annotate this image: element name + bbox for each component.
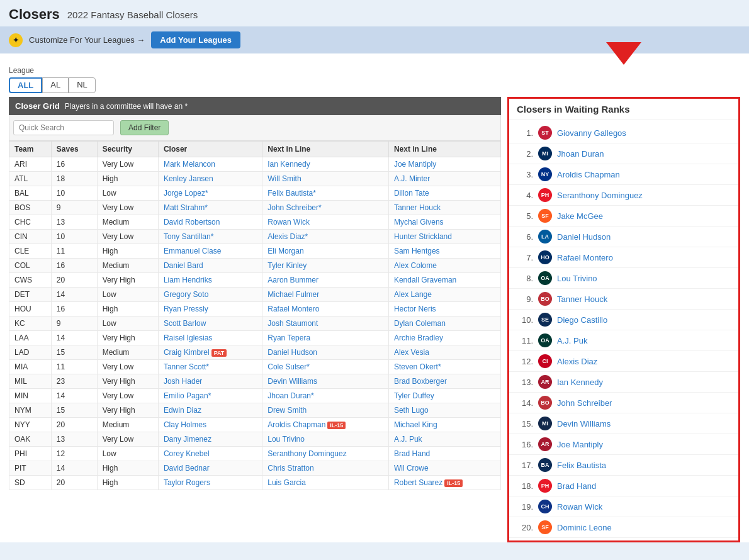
cell-closer[interactable]: Gregory Soto xyxy=(158,288,262,302)
closer-player-name[interactable]: Devin Williams xyxy=(557,419,611,428)
closer-player-name[interactable]: Tanner Houck xyxy=(557,294,607,304)
cell-nil1[interactable]: John Schreiber* xyxy=(262,201,389,215)
cell-closer[interactable]: Matt Strahm* xyxy=(158,201,262,215)
cell-nil2[interactable]: Dylan Coleman xyxy=(388,316,500,331)
cell-nil1[interactable]: Eli Morgan xyxy=(262,244,389,259)
cell-nil1[interactable]: Daniel Hudson xyxy=(262,345,389,360)
cell-nil2[interactable]: Alex Lange xyxy=(388,288,500,302)
cell-nil2[interactable]: Kendall Graveman xyxy=(388,273,500,288)
cell-nil1[interactable]: Rowan Wick xyxy=(262,215,389,230)
nil2-link[interactable]: Tanner Houck xyxy=(394,203,441,212)
closer-player-name[interactable]: Rafael Montero xyxy=(557,253,613,262)
nil1-link[interactable]: Eli Morgan xyxy=(268,247,303,255)
add-leagues-button[interactable]: Add Your Leagues xyxy=(151,31,240,48)
nil1-link[interactable]: Daniel Hudson xyxy=(268,348,317,357)
cell-nil1[interactable]: Will Smith xyxy=(262,172,389,186)
cell-nil1[interactable]: Aroldis ChapmanIL-15 xyxy=(262,418,389,432)
nil1-link[interactable]: Seranthony Dominguez xyxy=(268,449,346,458)
nil1-link[interactable]: Alexis Diaz* xyxy=(268,232,308,241)
closer-player-name[interactable]: Jake McGee xyxy=(557,211,603,221)
closer-link[interactable]: Tanner Scott* xyxy=(164,362,209,371)
nil2-link[interactable]: Tyler Duffey xyxy=(394,391,434,400)
cell-closer[interactable]: David Bednar xyxy=(158,461,262,476)
nil2-link[interactable]: Alex Lange xyxy=(394,290,432,299)
nil2-link[interactable]: Archie Bradley xyxy=(394,333,443,342)
closer-link[interactable]: David Robertson xyxy=(164,218,220,227)
cell-nil2[interactable]: Brad Hand xyxy=(388,447,500,461)
cell-nil2[interactable]: Sam Hentges xyxy=(388,244,500,259)
nil2-link[interactable]: Seth Lugo xyxy=(394,406,429,415)
cell-closer[interactable]: Craig KimbrelPAT xyxy=(158,345,262,360)
nil1-link[interactable]: Ian Kennedy xyxy=(268,160,310,169)
cell-closer[interactable]: Tony Santillan* xyxy=(158,230,262,244)
closer-link[interactable]: Scott Barlow xyxy=(164,319,206,328)
closer-link[interactable]: Edwin Diaz xyxy=(164,406,201,415)
closer-player-name[interactable]: Giovanny Gallegos xyxy=(557,128,626,138)
nil2-link[interactable]: Alex Vesia xyxy=(394,348,429,357)
nil1-link[interactable]: Rowan Wick xyxy=(268,218,310,227)
closer-player-name[interactable]: Jhoan Duran xyxy=(557,149,604,159)
nil1-link[interactable]: Chris Stratton xyxy=(268,464,313,473)
closer-player-name[interactable]: John Schreiber xyxy=(557,398,612,408)
closer-player-name[interactable]: Rowan Wick xyxy=(557,502,602,512)
add-filter-button[interactable]: Add Filter xyxy=(120,120,169,135)
nil1-link[interactable]: Michael Fulmer xyxy=(268,290,319,299)
closer-player-name[interactable]: Daniel Hudson xyxy=(557,232,611,242)
closer-link[interactable]: Kenley Jansen xyxy=(164,174,213,183)
cell-closer[interactable]: Scott Barlow xyxy=(158,316,262,331)
closer-link[interactable]: Matt Strahm* xyxy=(164,203,208,212)
nil2-link[interactable]: Sam Hentges xyxy=(394,247,440,255)
cell-closer[interactable]: Edwin Diaz xyxy=(158,403,262,418)
closer-link[interactable]: Emilio Pagan* xyxy=(164,391,211,400)
closer-player-name[interactable]: Aroldis Chapman xyxy=(557,170,620,179)
closer-link[interactable]: Josh Hader xyxy=(164,377,202,386)
nil2-link[interactable]: Wil Crowe xyxy=(394,464,429,473)
cell-nil2[interactable]: Hunter Strickland xyxy=(388,230,500,244)
cell-closer[interactable]: Corey Knebel xyxy=(158,447,262,461)
tab-al[interactable]: AL xyxy=(42,77,69,93)
cell-closer[interactable]: Taylor Rogers xyxy=(158,476,262,490)
cell-nil2[interactable]: Robert SuarezIL-15 xyxy=(388,476,500,490)
cell-nil1[interactable]: Lou Trivino xyxy=(262,432,389,447)
closer-player-name[interactable]: A.J. Puk xyxy=(557,336,587,345)
nil1-link[interactable]: Ryan Tepera xyxy=(268,333,310,342)
cell-nil1[interactable]: Jhoan Duran* xyxy=(262,389,389,403)
nil1-link[interactable]: Josh Staumont xyxy=(268,319,318,328)
cell-nil2[interactable]: Joe Mantiply xyxy=(388,157,500,172)
cell-nil1[interactable]: Aaron Bummer xyxy=(262,273,389,288)
cell-closer[interactable]: Ryan Pressly xyxy=(158,302,262,316)
nil2-link[interactable]: A.J. Puk xyxy=(394,435,422,444)
cell-nil1[interactable]: Felix Bautista* xyxy=(262,186,389,201)
cell-nil1[interactable]: Josh Staumont xyxy=(262,316,389,331)
cell-nil1[interactable]: Cole Sulser* xyxy=(262,360,389,374)
nil1-link[interactable]: Rafael Montero xyxy=(268,305,319,313)
nil1-link[interactable]: Aaron Bummer xyxy=(268,276,318,284)
cell-nil2[interactable]: A.J. Puk xyxy=(388,432,500,447)
cell-closer[interactable]: Raisel Iglesias xyxy=(158,331,262,345)
cell-nil2[interactable]: Seth Lugo xyxy=(388,403,500,418)
closer-player-name[interactable]: Felix Bautista xyxy=(557,461,606,470)
nil1-link[interactable]: Tyler Kinley xyxy=(268,261,307,270)
closer-link[interactable]: Liam Hendriks xyxy=(164,276,212,284)
cell-closer[interactable]: Emilio Pagan* xyxy=(158,389,262,403)
cell-nil1[interactable]: Luis Garcia xyxy=(262,476,389,490)
nil2-link[interactable]: Dylan Coleman xyxy=(394,319,446,328)
nil1-link[interactable]: Lou Trivino xyxy=(268,435,305,444)
closer-link[interactable]: Tony Santillan* xyxy=(164,232,213,241)
cell-closer[interactable]: Clay Holmes xyxy=(158,418,262,432)
nil1-link[interactable]: Luis Garcia xyxy=(268,478,306,487)
closer-player-name[interactable]: Lou Trivino xyxy=(557,274,597,283)
closer-link[interactable]: Jorge Lopez* xyxy=(164,189,208,198)
cell-nil1[interactable]: Chris Stratton xyxy=(262,461,389,476)
closer-link[interactable]: Craig Kimbrel xyxy=(164,348,210,357)
nil2-link[interactable]: Brad Boxberger xyxy=(394,377,447,386)
cell-nil2[interactable]: Michael King xyxy=(388,418,500,432)
cell-nil2[interactable]: Brad Boxberger xyxy=(388,374,500,389)
cell-nil1[interactable]: Devin Williams xyxy=(262,374,389,389)
closer-player-name[interactable]: Joe Mantiply xyxy=(557,440,603,449)
cell-closer[interactable]: Daniel Bard xyxy=(158,259,262,273)
nil2-link[interactable]: Hector Neris xyxy=(394,305,436,313)
closer-link[interactable]: Emmanuel Clase xyxy=(164,247,221,255)
nil1-link[interactable]: Will Smith xyxy=(268,174,301,183)
nil1-link[interactable]: Aroldis Chapman xyxy=(268,420,325,429)
